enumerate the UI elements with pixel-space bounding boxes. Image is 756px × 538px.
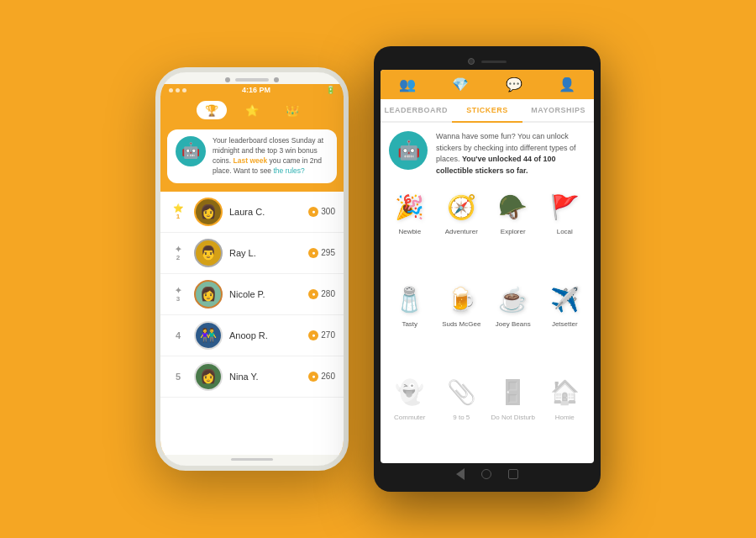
sticker-newbie[interactable]: 🎉 Newbie (386, 185, 434, 274)
tab-mayorships[interactable]: 👑 (277, 101, 307, 119)
iphone-status-bar: 4:16 PM 🔋 (160, 84, 344, 96)
android-tab-bar: Leaderboard Stickers Mayorships (381, 99, 594, 123)
tab-leaderboard[interactable]: Leaderboard (381, 99, 452, 121)
rank-badge: ⭐ 1 (169, 203, 187, 220)
list-item: 4 👫 Anoop R. ● 270 (160, 315, 344, 356)
sticker-tasty[interactable]: 🧂 Tasty (386, 277, 434, 367)
sticker-9to5[interactable]: 📎 9 to 5 (438, 371, 486, 460)
coin-icon: ● (308, 330, 318, 340)
iphone-notch (160, 72, 344, 84)
coin-score: ● 280 (308, 289, 335, 299)
coin-icon: ● (308, 372, 318, 382)
nav-messages-icon[interactable]: 💬 (506, 76, 522, 92)
status-time: 4:16 PM (242, 86, 270, 94)
android-home-button[interactable] (481, 469, 491, 479)
sticker-label: Explorer (501, 228, 526, 235)
coin-score: ● 260 (308, 372, 335, 382)
sticker-jetsetter[interactable]: ✈️ Jetsetter (541, 277, 590, 367)
android-navigation-bar (381, 463, 594, 482)
android-recents-button[interactable] (508, 469, 518, 479)
rank-badge: ✦ 2 (169, 245, 187, 261)
tab-stickers[interactable]: ⭐ (237, 101, 267, 119)
iphone-front-camera (225, 77, 230, 82)
sticker-label: Do Not Disturb (491, 414, 535, 421)
explorer-icon: 🪖 (495, 188, 532, 225)
rank-badge: 5 (169, 372, 187, 382)
player-name: Anoop R. (229, 330, 302, 340)
nav-gems-icon[interactable]: 💎 (452, 76, 469, 92)
list-item: ✦ 2 👨 Ray L. ● 295 (160, 233, 344, 274)
android-mascot: 🤖 (389, 131, 428, 170)
tab-mayorships[interactable]: Mayorships (522, 99, 594, 121)
android-screen: 👥 💎 💬 👤 Leaderboard Stickers Mayorships … (381, 70, 594, 463)
sticker-suds-mcgee[interactable]: 🍺 Suds McGee (438, 277, 486, 367)
list-item: ✦ 3 👩 Nicole P. ● 280 (160, 274, 344, 315)
sticker-label: Homie (555, 414, 575, 421)
android-back-button[interactable] (456, 468, 465, 480)
sticker-label: Tasty (402, 320, 417, 328)
sticker-homie[interactable]: 🏠 Homie (541, 371, 590, 460)
rank-badge: 4 (169, 330, 187, 340)
score-value: 270 (321, 330, 335, 340)
leaderboard-message: 🤖 Your leaderboard closes Sunday at midn… (167, 129, 337, 183)
coin-score: ● 300 (308, 207, 335, 217)
leaderboard-list: ⭐ 1 👩 Laura C. ● 300 ✦ 2 👨 (160, 192, 344, 455)
message-text: Your leaderboard closes Sunday at midnig… (213, 136, 328, 177)
leaderboard-icon: 🏆 (205, 104, 218, 117)
9to5-icon: 📎 (443, 374, 480, 411)
sticker-local[interactable]: 🚩 Local (541, 185, 590, 274)
sticker-label: Joey Beans (496, 320, 531, 328)
homie-icon: 🏠 (546, 374, 583, 411)
nav-profile-icon[interactable]: 👤 (559, 76, 575, 92)
player-name: Laura C. (229, 207, 302, 217)
sticker-commuter[interactable]: 👻 Commuter (386, 371, 434, 460)
coin-score: ● 270 (308, 330, 335, 340)
sticker-adventurer[interactable]: 🧭 Adventurer (438, 185, 486, 274)
phones-container: 4:16 PM 🔋 🏆 ⭐ 👑 🤖 Your leaderboard close… (155, 46, 601, 492)
score-value: 260 (321, 372, 335, 381)
suds-mcgee-icon: 🍺 (443, 281, 480, 318)
tasty-icon: 🧂 (391, 281, 428, 318)
score-value: 280 (321, 289, 335, 298)
commuter-icon: 👻 (391, 374, 428, 411)
avatar: 👩 (194, 362, 223, 391)
iphone-speaker (235, 78, 269, 82)
sticker-do-not-disturb[interactable]: 🚪 Do Not Disturb (489, 371, 538, 460)
signal-dots (169, 88, 186, 92)
android-top-bar (381, 56, 594, 70)
tab-leaderboard[interactable]: 🏆 (197, 101, 227, 119)
sticker-explorer[interactable]: 🪖 Explorer (489, 185, 538, 274)
sticker-label: Adventurer (445, 228, 478, 235)
coin-score: ● 295 (308, 248, 335, 258)
local-icon: 🚩 (546, 188, 583, 225)
do-not-disturb-icon: 🚪 (495, 374, 532, 411)
stickers-description: Wanna have some fun? You can unlock stic… (436, 131, 585, 177)
avatar: 👨 (194, 239, 223, 267)
iphone-screen: 🏆 ⭐ 👑 🤖 Your leaderboard closes Sunday a… (160, 96, 344, 455)
rank-badge: ✦ 3 (169, 286, 187, 303)
tab-stickers[interactable]: Stickers (452, 99, 523, 123)
newbie-icon: 🎉 (391, 188, 428, 225)
sticker-label: Newbie (398, 228, 421, 235)
home-bar (231, 458, 273, 461)
sticker-joey-beans[interactable]: ☕ Joey Beans (489, 277, 538, 367)
avatar: 👩 (194, 198, 223, 226)
stickers-header: 🤖 Wanna have some fun? You can unlock st… (381, 123, 594, 182)
iphone-sensor (274, 77, 279, 82)
nav-friends-icon[interactable]: 👥 (399, 76, 416, 92)
list-item: ⭐ 1 👩 Laura C. ● 300 (160, 192, 344, 233)
home-indicator-area (160, 455, 344, 466)
avatar: 👩 (194, 280, 223, 309)
adventurer-icon: 🧭 (443, 188, 480, 225)
coin-icon: ● (308, 248, 318, 258)
sticker-label: Commuter (394, 414, 425, 421)
sticker-label: Suds McGee (442, 320, 480, 328)
avatar: 👫 (194, 321, 223, 350)
android-front-camera (468, 58, 475, 65)
sticker-label: Local (557, 228, 573, 235)
battery-icon: 🔋 (326, 86, 335, 94)
iphone-tab-bar: 🏆 ⭐ 👑 (160, 96, 344, 124)
jetsetter-icon: ✈️ (546, 281, 583, 318)
coin-icon: ● (308, 289, 318, 299)
score-value: 300 (321, 207, 335, 216)
